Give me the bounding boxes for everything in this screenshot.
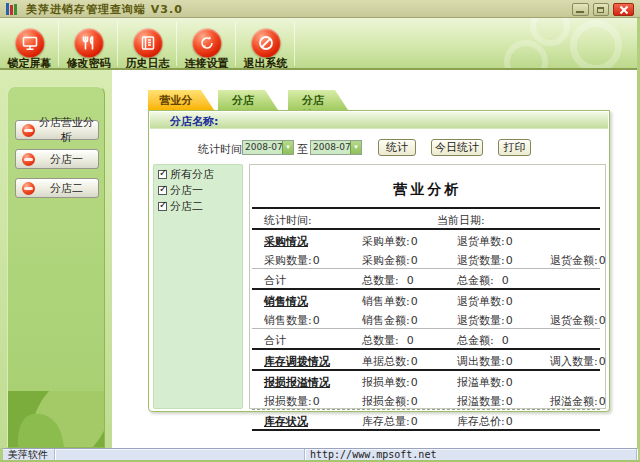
toolbar-connection-settings[interactable]: 连接设置 [177, 18, 236, 70]
report-value: 0 [502, 274, 509, 287]
report-value: 0 [407, 274, 414, 287]
report-row: 采购情况采购单数:0退货单数:0 [252, 230, 600, 249]
toolbar-label: 退出系统 [236, 56, 295, 70]
status-bar: 美萍软件 http://www.mpsoft.net [3, 448, 637, 460]
sidebar: 分店营业分析 分店一 分店二 [0, 70, 112, 448]
report-value: 0 [502, 334, 509, 347]
date-to-value: 2008-07-02 [311, 141, 350, 154]
window-title: 美萍进销存管理查询端 V3.0 [26, 2, 183, 17]
report-cell: 退货数量:0 [457, 249, 550, 268]
toolbar-history-log[interactable]: 历史日志 [118, 18, 177, 70]
status-url: http://www.mpsoft.net [305, 449, 637, 460]
date-from-picker[interactable]: 2008-07-01 ▾ [242, 140, 294, 155]
connection-icon [192, 29, 221, 58]
restore-icon [597, 7, 604, 13]
sidebar-button-branch-2[interactable]: 分店二 [15, 178, 99, 198]
business-analysis-report: 营业分析 统计时间:当前日期:采购情况采购单数:0退货单数:0采购数量:0采购金… [249, 164, 606, 409]
report-row: 报损数量:0报损金额:0报溢数量:0报溢金额:0 [252, 390, 600, 410]
report-value: 0 [599, 395, 606, 408]
report-cell: 调入数量:0 [550, 350, 606, 369]
minimize-icon [576, 11, 584, 13]
minimize-button[interactable] [572, 3, 589, 16]
red-sphere-icon [22, 124, 35, 137]
report-cell: 退货单数:0 [457, 290, 550, 309]
report-value: 0 [313, 254, 320, 267]
report-cell: 库存状况 [264, 410, 362, 429]
red-sphere-icon [22, 153, 35, 166]
date-to-picker[interactable]: 2008-07-02 ▾ [310, 140, 362, 155]
toolbar-change-password[interactable]: 修改密码 [59, 18, 118, 70]
report-row: 库存状况库存总量:0库存总价:0 [252, 410, 600, 431]
print-button[interactable]: 打印 [498, 139, 531, 156]
report-cell: 库存总价:0 [457, 410, 550, 429]
status-spacer [55, 449, 305, 460]
report-value: 0 [506, 295, 513, 308]
branch-item-1[interactable]: ✓ 分店一 [158, 184, 242, 197]
restore-button[interactable] [593, 3, 609, 16]
branch-item-all[interactable]: ✓ 所有分店 [158, 168, 242, 181]
app-icon [6, 3, 19, 15]
report-value: 0 [599, 314, 606, 327]
title-bar: 美萍进销存管理查询端 V3.0 [0, 0, 640, 18]
tab-branch-inventory[interactable]: 分店库存 [218, 90, 278, 110]
report-cell: 退货单数:0 [457, 230, 550, 249]
report-cell: 采购金额:0 [362, 249, 457, 268]
report-cell: 库存总量:0 [362, 410, 457, 429]
stat-button[interactable]: 统计 [378, 139, 416, 156]
report-value: 0 [506, 355, 513, 368]
report-value: 0 [411, 355, 418, 368]
report-value: 0 [506, 254, 513, 267]
deco-swirl [570, 20, 622, 70]
toolbar-lock-screen[interactable]: 锁定屏幕 [0, 18, 59, 70]
report-row: 报损报溢情况报损单数:0报溢单数:0 [252, 371, 600, 390]
deco-swirl [504, 40, 548, 70]
report-cell: 合计 [264, 269, 362, 288]
report-title: 营业分析 [250, 181, 605, 199]
report-cell: 报损金额:0 [362, 390, 457, 409]
today-stat-button[interactable]: 今日统计 [431, 139, 483, 156]
report-cell: 报损数量:0 [264, 390, 362, 409]
report-cell: 退货金额:0 [550, 309, 606, 328]
report-cell: 销售单数:0 [362, 290, 457, 309]
branch-tree: ✓ 所有分店 ✓ 分店一 ✓ 分店二 [153, 164, 243, 409]
close-button[interactable] [613, 3, 634, 16]
checkbox-checked-icon[interactable]: ✓ [158, 186, 167, 195]
sidebar-footer-decoration [8, 391, 104, 447]
toolbar-label: 修改密码 [59, 56, 118, 70]
report-value: 0 [506, 415, 513, 428]
panel-header: 分店名称: [150, 112, 608, 129]
report-cell: 单据总数:0 [362, 350, 457, 369]
checkbox-checked-icon[interactable]: ✓ [158, 202, 167, 211]
report-cell: 报损报溢情况 [264, 371, 362, 390]
report-cell: 总金额:0 [457, 269, 550, 288]
report-cell: 库存调拨情况 [264, 350, 362, 369]
branch-item-2[interactable]: ✓ 分店二 [158, 200, 242, 213]
toolbar-exit-system[interactable]: 退出系统 [236, 18, 295, 70]
toolbar: 锁定屏幕 修改密码 历史日志 连接设置 退出系统 [0, 18, 640, 70]
report-row: 统计时间:当前日期: [252, 209, 600, 230]
report-cell: 采购数量:0 [264, 249, 362, 268]
sidebar-button-label: 分店二 [35, 181, 98, 196]
report-cell: 调出数量:0 [457, 350, 550, 369]
report-value: 0 [599, 355, 606, 368]
chevron-down-icon[interactable]: ▾ [350, 141, 361, 154]
tab-branch-sales[interactable]: 分店销售 [288, 90, 348, 110]
sidebar-button-branch-analysis[interactable]: 分店营业分析 [15, 120, 99, 140]
report-value: 0 [313, 314, 320, 327]
report-cell: 合计 [264, 329, 362, 348]
to-label: 至 [297, 142, 308, 157]
report-cell: 销售情况 [264, 290, 362, 309]
report-row: 销售情况销售单数:0退货单数:0 [252, 290, 600, 309]
checkbox-checked-icon[interactable]: ✓ [158, 170, 167, 179]
report-rows: 统计时间:当前日期:采购情况采购单数:0退货单数:0采购数量:0采购金额:0退货… [252, 207, 600, 431]
chevron-down-icon[interactable]: ▾ [282, 141, 293, 154]
report-value: 0 [506, 376, 513, 389]
tab-business-analysis[interactable]: 营业分析 [148, 90, 214, 110]
toolbar-label: 历史日志 [118, 56, 177, 70]
branch-label: 所有分店 [170, 167, 214, 182]
branch-name-label: 分店名称: [170, 114, 218, 129]
sidebar-button-branch-1[interactable]: 分店一 [15, 149, 99, 169]
red-sphere-icon [22, 182, 35, 195]
report-value: 0 [506, 314, 513, 327]
report-cell: 统计时间: [264, 209, 437, 228]
